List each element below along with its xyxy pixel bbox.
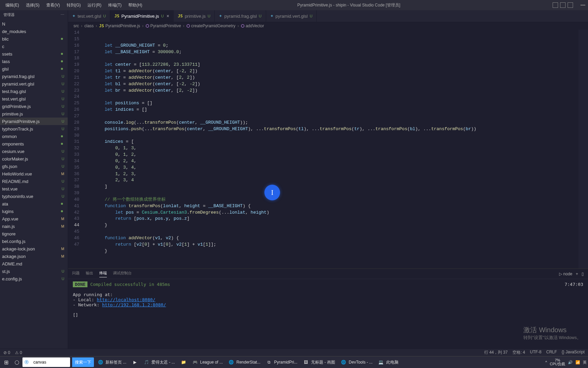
breadcrumb-item[interactable]: addVector — [246, 24, 264, 28]
file-tree-item[interactable]: de_modules — [0, 28, 68, 35]
file-tree-item[interactable]: test.vueU — [0, 185, 68, 193]
file-tree-item[interactable]: App.vueM — [0, 215, 68, 223]
file-tree-item[interactable]: colorMaker.jsU — [0, 155, 68, 163]
menu-item[interactable]: 查看(V) — [44, 1, 63, 10]
file-tree-item[interactable]: ackage.jsonM — [0, 252, 68, 260]
taskbar-app[interactable]: 📁 — [178, 357, 189, 367]
file-tree-item[interactable]: typhoonTrack.jsU — [0, 125, 68, 133]
file-tree-item[interactable]: N — [0, 20, 68, 28]
errors-count[interactable]: ⊘ 0 — [3, 350, 10, 355]
menu-item[interactable]: 终端(T) — [105, 1, 124, 10]
split-terminal-icon[interactable]: ▯ — [582, 272, 584, 276]
file-tree-item[interactable]: gridPrimitive.jsU — [0, 103, 68, 110]
taskbar-app[interactable]: 🌐DevTools - ... — [338, 357, 375, 367]
breadcrumbs[interactable]: src›class›JSPyramidPrimitive.js›⬡Pyramid… — [68, 22, 588, 30]
file-tree-item[interactable]: ata — [0, 200, 68, 208]
tray-icon[interactable]: 📶 — [575, 360, 580, 365]
file-tree-item[interactable]: pyramid.frag.glslU — [0, 73, 68, 80]
taskbar-app[interactable]: ⧉PyramidPri... — [263, 357, 300, 367]
breadcrumb-item[interactable]: PyramidPrimitive — [150, 24, 181, 28]
panel-tab[interactable]: 输出 — [86, 271, 93, 277]
more-icon[interactable]: ⋯ — [61, 13, 64, 17]
file-tree-item[interactable]: PyramidPrimitive.jsU — [0, 118, 68, 125]
file-tree-item[interactable]: e.config.jsU — [0, 275, 68, 282]
encoding[interactable]: UTF-8 — [530, 350, 541, 355]
warnings-count[interactable]: ⚠ 0 — [15, 350, 22, 355]
file-tree-item[interactable]: pyramid.vert.glslU — [0, 80, 68, 88]
file-tree-item[interactable]: glsl — [0, 65, 68, 73]
file-tree-item[interactable]: ssets — [0, 50, 68, 58]
add-terminal-icon[interactable]: + — [576, 272, 578, 276]
search-button[interactable]: 搜索一下 — [72, 357, 94, 367]
taskbar-app[interactable]: 🎵爱得太迟 - ... — [141, 357, 178, 367]
file-tree-item[interactable]: test.frag.glslU — [0, 88, 68, 95]
file-tree-item[interactable]: c — [0, 43, 68, 50]
panel-tab[interactable]: 调试控制台 — [113, 271, 132, 277]
language-mode[interactable]: {} JavaScript — [562, 350, 585, 355]
file-tree-item[interactable]: st.jsU — [0, 267, 68, 275]
ime-indicator[interactable]: 英 — [583, 360, 587, 365]
editor-tab[interactable]: JSprimitive.jsU — [174, 10, 215, 22]
file-tree-item[interactable]: tignore — [0, 230, 68, 237]
file-tree-item[interactable]: primitive.jsU — [0, 110, 68, 118]
tray-icon[interactable]: 🔊 — [568, 360, 573, 365]
close-tab-icon[interactable]: × — [166, 13, 169, 19]
minimap[interactable] — [578, 30, 588, 269]
editor-tab[interactable]: ✦test.vert.glslU — [68, 10, 110, 22]
file-tree-item[interactable]: HelloWorld.vueM — [0, 170, 68, 178]
taskbar-app[interactable]: 🌐新标签页 ... — [95, 357, 129, 367]
breadcrumb-item[interactable]: class — [84, 24, 94, 28]
file-tree-item[interactable]: typhooninfo.vueU — [0, 193, 68, 200]
system-tray[interactable]: ^ 7% CPU负载 🔊 📶 英 — [545, 358, 587, 366]
menu-item[interactable]: 转到(G) — [64, 1, 83, 10]
taskbar-app[interactable]: 🖼无标题 - 画图 — [300, 357, 338, 367]
terminal-dropdown[interactable]: ▷ node — [559, 272, 572, 276]
file-tree-item[interactable]: README.mdU — [0, 178, 68, 185]
breadcrumb-item[interactable]: PyramidPrimitive.js — [105, 24, 140, 28]
file-tree-item[interactable]: nain.jsM — [0, 223, 68, 230]
editor-tab[interactable]: ✦pyramid.frag.glslU — [215, 10, 266, 22]
layout-icon[interactable] — [553, 2, 558, 8]
explorer-title: 管理器 — [3, 12, 15, 17]
taskbar-app[interactable]: 💻此电脑 — [375, 357, 401, 367]
eol[interactable]: CRLF — [546, 350, 557, 355]
taskbar-app[interactable]: 🎮League of ... — [189, 357, 226, 367]
file-tree-item[interactable]: ackage-lock.jsonM — [0, 245, 68, 252]
editor-tab[interactable]: ✦pyramid.vert.glslU — [266, 10, 317, 22]
code-content[interactable]: let __GROUND_HEIGHT = 0; let __BASE_HEIG… — [83, 30, 588, 269]
file-tree-item[interactable]: gfs.jsonU — [0, 163, 68, 170]
file-tree-item[interactable]: omponents — [0, 140, 68, 148]
layout-icon[interactable] — [560, 2, 566, 8]
local-url[interactable]: http://localhost:8080/ — [97, 297, 155, 302]
cursor-position[interactable]: 行 44，列 37 — [484, 350, 508, 355]
panel-tab[interactable]: 问题 — [72, 271, 80, 277]
editor-tab[interactable]: JSPyramidPrimitive.jsU× — [110, 10, 174, 22]
menu-item[interactable]: 编辑(E) — [3, 1, 22, 10]
file-tree-item[interactable]: blic — [0, 35, 68, 43]
menu-item[interactable]: 运行(R) — [85, 1, 104, 10]
file-tree-item[interactable]: lass — [0, 58, 68, 65]
menu-item[interactable]: 选择(S) — [23, 1, 42, 10]
taskbar-app[interactable]: ▶ — [129, 357, 141, 367]
code-editor[interactable]: 1415161718192021222324252627282930313233… — [68, 30, 588, 269]
start-button[interactable]: ⊞ — [1, 357, 11, 367]
file-tree-item[interactable]: bel.config.js — [0, 237, 68, 245]
file-tree-item[interactable]: ADME.md — [0, 260, 68, 267]
layout-icon[interactable] — [568, 2, 573, 8]
cortana-icon[interactable]: ◯ — [12, 357, 22, 367]
indent-setting[interactable]: 空格: 4 — [512, 350, 525, 355]
menu-item[interactable]: 帮助(H) — [126, 1, 145, 10]
breadcrumb-item[interactable]: src — [74, 24, 79, 28]
file-tree-item[interactable]: lugins — [0, 208, 68, 215]
panel-tab[interactable]: 终端 — [99, 271, 107, 277]
panel-tabs: 问题输出终端调试控制台 ▷ node + ▯ — [68, 269, 588, 279]
tray-up-icon[interactable]: ^ — [545, 360, 547, 364]
breadcrumb-item[interactable]: createPyramidGeometry — [191, 24, 235, 28]
taskbar-app[interactable]: 🌐RenderStat... — [226, 357, 263, 367]
file-tree-item[interactable]: test.vert.glslU — [0, 95, 68, 103]
minimize-icon[interactable] — [581, 5, 585, 5]
network-url[interactable]: http://192.168.1.2:8080/ — [102, 302, 166, 307]
file-tree-item[interactable]: cesium.vueU — [0, 148, 68, 155]
terminal-output[interactable]: DONE Compiled successfully in 485ms 7:47… — [68, 279, 588, 349]
file-tree-item[interactable]: ommon — [0, 133, 68, 140]
